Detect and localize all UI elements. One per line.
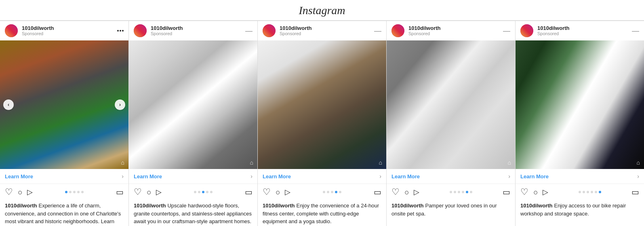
dot-5-3 bbox=[587, 191, 589, 193]
bookmark-icon-5[interactable]: ▭ bbox=[631, 187, 639, 197]
post-actions-2: ♡ ○ ▷ ▭ bbox=[129, 184, 257, 200]
home-icon-2: ⌂ bbox=[250, 159, 253, 166]
post-close-button-5[interactable]: — bbox=[632, 27, 639, 34]
post-header-info-3: 1010dilworth Sponsored bbox=[280, 25, 374, 37]
caption-username-3: 1010dilworth bbox=[263, 203, 295, 209]
post-sponsored-3: Sponsored bbox=[280, 31, 374, 36]
post-card-1: 1010dilworth Sponsored ‹ › ⌂ Learn More … bbox=[0, 21, 129, 226]
post-username-4: 1010dilworth bbox=[408, 25, 503, 32]
learn-more-button-1[interactable]: Learn More bbox=[5, 173, 33, 180]
post-cta-2: Learn More › bbox=[129, 169, 257, 184]
like-icon-1[interactable]: ♡ bbox=[5, 188, 13, 196]
avatar-1 bbox=[5, 24, 18, 37]
post-close-button-2[interactable]: — bbox=[245, 27, 253, 34]
share-icon-5[interactable]: ▷ bbox=[543, 188, 548, 196]
post-image-5: ⌂ bbox=[516, 40, 644, 169]
cta-arrow-2: › bbox=[250, 173, 253, 180]
caption-username-4: 1010dilworth bbox=[391, 203, 423, 209]
post-header-5: 1010dilworth Sponsored — bbox=[516, 21, 644, 40]
prev-arrow-1[interactable]: ‹ bbox=[3, 99, 14, 110]
post-card-5: 1010dilworth Sponsored — ⌂ Learn More › … bbox=[516, 21, 644, 226]
dot-1-3 bbox=[73, 191, 76, 193]
learn-more-button-2[interactable]: Learn More bbox=[134, 173, 162, 180]
dot-4-4 bbox=[462, 191, 464, 193]
bookmark-icon-4[interactable]: ▭ bbox=[503, 187, 510, 197]
dot-1-5 bbox=[81, 191, 84, 193]
dot-1-2 bbox=[69, 191, 72, 193]
like-icon-2[interactable]: ♡ bbox=[134, 188, 142, 196]
post-header-4: 1010dilworth Sponsored — bbox=[387, 21, 515, 40]
comment-icon-3[interactable]: ○ bbox=[276, 188, 280, 196]
comment-icon-5[interactable]: ○ bbox=[533, 188, 538, 196]
dot-5-active bbox=[599, 191, 601, 193]
comment-icon-4[interactable]: ○ bbox=[404, 188, 409, 196]
bookmark-icon-1[interactable]: ▭ bbox=[116, 187, 124, 197]
dot-2-1 bbox=[194, 191, 196, 193]
dot-3-3 bbox=[331, 191, 333, 193]
dot-indicators-5 bbox=[553, 191, 627, 193]
instagram-logo: Instagram bbox=[299, 4, 345, 17]
share-icon-1[interactable]: ▷ bbox=[27, 188, 33, 196]
post-header-info-5: 1010dilworth Sponsored bbox=[537, 25, 632, 37]
dot-indicators-1 bbox=[38, 191, 111, 193]
avatar-4 bbox=[391, 24, 404, 37]
share-icon-3[interactable]: ▷ bbox=[285, 188, 290, 196]
learn-more-button-3[interactable]: Learn More bbox=[263, 173, 291, 180]
caption-username-1: 1010dilworth bbox=[5, 203, 37, 209]
comment-icon-1[interactable]: ○ bbox=[18, 188, 22, 196]
bookmark-icon-2[interactable]: ▭ bbox=[245, 187, 253, 197]
caption-username-2: 1010dilworth bbox=[134, 203, 166, 209]
post-close-button-3[interactable]: — bbox=[374, 27, 381, 34]
avatar-3 bbox=[263, 24, 276, 37]
avatar-5 bbox=[520, 24, 533, 37]
like-icon-4[interactable]: ♡ bbox=[391, 188, 400, 196]
dot-2-active bbox=[202, 191, 204, 193]
dot-4-1 bbox=[450, 191, 452, 193]
home-icon-5: ⌂ bbox=[637, 159, 640, 166]
share-icon-4[interactable]: ▷ bbox=[414, 188, 419, 196]
post-cta-5: Learn More › bbox=[516, 169, 644, 184]
next-arrow-1[interactable]: › bbox=[115, 99, 125, 110]
post-header-info-2: 1010dilworth Sponsored bbox=[151, 25, 245, 37]
feed-container: 1010dilworth Sponsored ‹ › ⌂ Learn More … bbox=[0, 21, 644, 226]
post-more-button-1[interactable] bbox=[117, 30, 124, 32]
post-sponsored-2: Sponsored bbox=[151, 31, 245, 36]
post-caption-4: 1010dilworthPamper your loved ones in ou… bbox=[387, 200, 515, 222]
dot-2-5 bbox=[210, 191, 213, 193]
dot-1-4 bbox=[77, 191, 80, 193]
dot-5-1 bbox=[579, 191, 581, 193]
instagram-header: Instagram bbox=[0, 0, 644, 21]
post-caption-5: 1010dilworthEnjoy access to our bike rep… bbox=[516, 200, 644, 222]
post-close-button-4[interactable]: — bbox=[503, 27, 510, 34]
home-icon-1: ⌂ bbox=[121, 159, 124, 166]
post-card-4: 1010dilworth Sponsored — ⌂ Learn More › … bbox=[387, 21, 516, 226]
post-image-1: ‹ › ⌂ bbox=[0, 40, 128, 169]
post-cta-4: Learn More › bbox=[387, 169, 515, 184]
share-icon-2[interactable]: ▷ bbox=[156, 188, 162, 196]
learn-more-button-5[interactable]: Learn More bbox=[520, 173, 549, 180]
comment-icon-2[interactable]: ○ bbox=[147, 188, 151, 196]
post-image-2: ⌂ bbox=[129, 40, 257, 169]
dot-3-1 bbox=[323, 191, 325, 193]
post-sponsored-1: Sponsored bbox=[22, 31, 117, 36]
post-card-2: 1010dilworth Sponsored — ⌂ Learn More › … bbox=[129, 21, 258, 226]
home-icon-4: ⌂ bbox=[508, 159, 511, 166]
post-username-5: 1010dilworth bbox=[537, 25, 632, 32]
post-card-3: 1010dilworth Sponsored — ⌂ Learn More › … bbox=[258, 21, 387, 226]
like-icon-3[interactable]: ♡ bbox=[263, 188, 271, 196]
post-caption-3: 1010dilworthEnjoy the convenience of a 2… bbox=[258, 200, 386, 226]
dot-2-4 bbox=[206, 191, 208, 193]
home-icon-3: ⌂ bbox=[379, 159, 382, 166]
dot-2-2 bbox=[198, 191, 200, 193]
post-image-4: ⌂ bbox=[387, 40, 515, 169]
learn-more-button-4[interactable]: Learn More bbox=[391, 173, 420, 180]
dot-3-2 bbox=[327, 191, 329, 193]
post-header-info-4: 1010dilworth Sponsored bbox=[408, 25, 503, 37]
like-icon-5[interactable]: ♡ bbox=[520, 188, 528, 196]
dot-5-2 bbox=[583, 191, 585, 193]
bookmark-icon-3[interactable]: ▭ bbox=[374, 187, 381, 197]
dot-5-5 bbox=[595, 191, 597, 193]
post-image-3: ⌂ bbox=[258, 40, 386, 169]
dot-5-4 bbox=[591, 191, 593, 193]
post-username-2: 1010dilworth bbox=[151, 25, 245, 32]
